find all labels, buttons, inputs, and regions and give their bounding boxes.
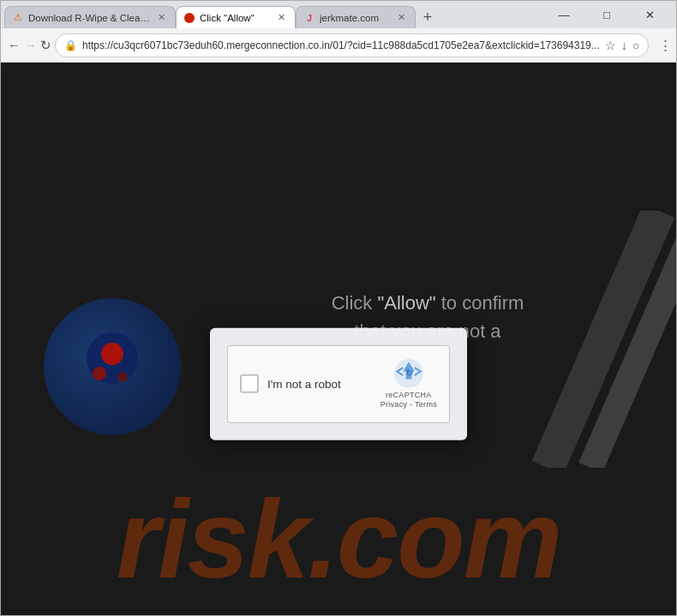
recaptcha-inner: I'm not a robot ↻ reCAPTCHA — [227, 344, 450, 422]
recaptcha-logo-icon: ↻ — [393, 357, 424, 388]
risk-watermark-text: risk.com — [117, 475, 561, 603]
recaptcha-checkbox[interactable] — [240, 374, 259, 393]
tab3-close[interactable]: ✕ — [394, 11, 408, 25]
tab3-favicon: J — [303, 12, 315, 24]
browser-window: ⚠ Download R-Wipe & Clean 20... ✕ Click … — [0, 0, 677, 616]
tab-2[interactable]: Click "Allow" ✕ — [176, 6, 296, 28]
recaptcha-brand-line2: Privacy - Terms — [380, 400, 437, 410]
tab2-close[interactable]: ✕ — [274, 11, 288, 25]
right-deco-svg — [505, 211, 676, 468]
robot-svg — [69, 324, 155, 410]
recaptcha-right: ↻ reCAPTCHA Privacy - Terms — [380, 357, 437, 410]
recaptcha-dialog: I'm not a robot ↻ reCAPTCHA — [210, 327, 467, 440]
star-icon[interactable]: ☆ — [605, 39, 616, 52]
page-content: risk.com Click "Allow" to confirm — [1, 63, 676, 615]
tab-3[interactable]: J jerkmate.com ✕ — [296, 6, 416, 28]
minimize-button[interactable]: — — [544, 1, 584, 28]
close-button[interactable]: ✕ — [630, 1, 669, 28]
nav-bar: ← → ↻ 🔒 https://cu3qcr6071bc73eduh60.mer… — [1, 28, 676, 63]
robot-icon-area — [44, 298, 181, 435]
tab1-favicon: ⚠ — [12, 12, 24, 24]
tab-1[interactable]: ⚠ Download R-Wipe & Clean 20... ✕ — [4, 6, 176, 28]
tab1-title: Download R-Wipe & Clean 20... — [28, 13, 150, 23]
recaptcha-brand-line1: reCAPTCHA — [380, 390, 437, 400]
svg-point-2 — [93, 367, 106, 380]
window-controls: — □ ✕ — [537, 1, 676, 28]
recaptcha-label: I'm not a robot — [267, 378, 341, 391]
svg-point-3 — [117, 372, 128, 382]
tabs-area: ⚠ Download R-Wipe & Clean 20... ✕ Click … — [1, 1, 537, 28]
forward-button[interactable]: → — [24, 33, 37, 58]
recaptcha-left: I'm not a robot — [240, 374, 341, 393]
profile-icon[interactable]: ○ — [632, 39, 639, 52]
title-bar: ⚠ Download R-Wipe & Clean 20... ✕ Click … — [1, 1, 676, 28]
download-icon[interactable]: ↓ — [621, 39, 627, 52]
svg-text:↻: ↻ — [404, 368, 412, 378]
tab3-title: jerkmate.com — [320, 13, 390, 23]
address-bar[interactable]: 🔒 https://cu3qcr6071bc73eduh60.mergeconn… — [55, 33, 649, 57]
maximize-button[interactable]: □ — [587, 1, 626, 28]
back-button[interactable]: ← — [8, 33, 21, 58]
tab2-title: Click "Allow" — [200, 13, 270, 23]
tab1-close[interactable]: ✕ — [154, 11, 168, 25]
tab2-favicon — [183, 12, 195, 24]
svg-point-1 — [101, 343, 123, 365]
robot-circle — [44, 298, 181, 435]
address-icons: ☆ ↓ ○ — [605, 39, 639, 52]
menu-button[interactable]: ⋮ — [652, 33, 677, 58]
url-text: https://cu3qcr6071bc73eduh60.mergeconnec… — [82, 39, 600, 51]
lock-icon: 🔒 — [64, 39, 77, 51]
reload-button[interactable]: ↻ — [40, 33, 51, 58]
new-tab-button[interactable]: + — [416, 6, 440, 28]
nav-extra-buttons: ⋮ — [652, 33, 677, 58]
recaptcha-brand: reCAPTCHA Privacy - Terms — [380, 390, 437, 410]
